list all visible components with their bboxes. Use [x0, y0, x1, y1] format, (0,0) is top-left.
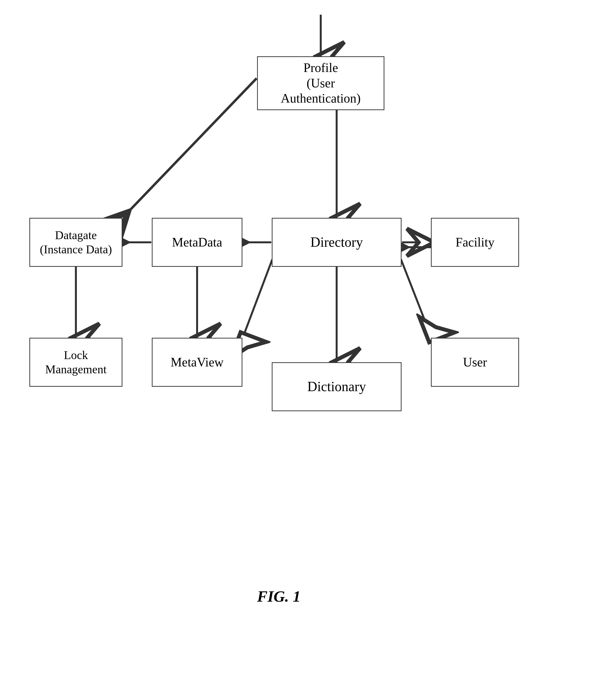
svg-line-18	[401, 260, 432, 337]
facility-label: Facility	[456, 235, 494, 250]
metaview-box: MetaView	[152, 338, 242, 387]
svg-line-9	[124, 78, 257, 216]
directory-label: Directory	[310, 234, 363, 250]
datagate-label: Datagate(Instance Data)	[40, 228, 112, 256]
metaview-label: MetaView	[171, 355, 223, 370]
user-box: User	[431, 338, 519, 387]
lock-box: LockManagement	[29, 338, 123, 387]
metadata-box: MetaData	[152, 218, 242, 267]
profile-box: Profile(UserAuthentication)	[257, 56, 384, 110]
profile-label: Profile(UserAuthentication)	[281, 60, 361, 106]
svg-line-17	[243, 260, 272, 337]
lock-label: LockManagement	[45, 348, 107, 376]
metadata-label: MetaData	[172, 235, 222, 250]
user-label: User	[463, 355, 487, 370]
dictionary-box: Dictionary	[272, 362, 401, 411]
dictionary-label: Dictionary	[307, 378, 366, 395]
facility-box: Facility	[431, 218, 519, 267]
datagate-box: Datagate(Instance Data)	[29, 218, 123, 267]
directory-box: Directory	[272, 218, 401, 267]
figure-label: FIG. 1	[257, 587, 301, 605]
